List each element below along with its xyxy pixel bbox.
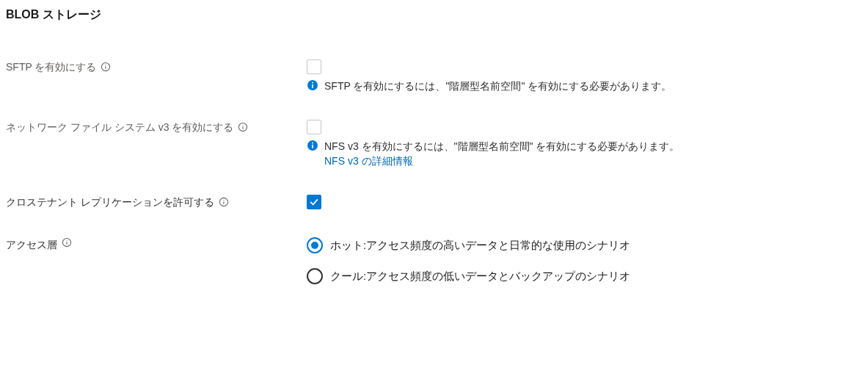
nfs-label-group: ネットワーク ファイル システム v3 を有効にする	[6, 120, 307, 134]
info-icon[interactable]	[62, 237, 72, 248]
info-filled-icon	[307, 140, 318, 151]
sftp-note: SFTP を有効にするには、"階層型名前空間" を有効にする必要があります。	[0, 79, 868, 93]
nfs-note: NFS v3 を有効にするには、"階層型名前空間" を有効にする必要があります。…	[0, 139, 868, 168]
svg-point-11	[312, 142, 313, 143]
access-tier-cool-option[interactable]: クール:アクセス頻度の低いデータとバックアップのシナリオ	[307, 268, 868, 284]
svg-point-14	[223, 200, 224, 201]
sftp-label: SFTP を有効にする	[6, 60, 96, 74]
info-icon[interactable]	[101, 62, 111, 72]
radio-cool[interactable]	[307, 268, 323, 284]
nfs-row: ネットワーク ファイル システム v3 を有効にする	[0, 115, 868, 139]
sftp-checkbox	[307, 60, 321, 74]
sftp-row: SFTP を有効にする	[0, 55, 868, 79]
nfs-label: ネットワーク ファイル システム v3 を有効にする	[6, 120, 233, 134]
cross-tenant-label-group: クロステナント レプリケーションを許可する	[6, 195, 307, 209]
svg-point-2	[106, 65, 106, 65]
info-filled-icon	[307, 79, 318, 91]
access-tier-row: アクセス層 ホット:アクセス頻度の高いデータと日常的な使用のシナリオ クール:ア…	[0, 227, 868, 289]
info-icon[interactable]	[238, 122, 248, 132]
nfs-link[interactable]: NFS v3 の詳細情報	[324, 155, 413, 167]
sftp-note-text: SFTP を有効にするには、"階層型名前空間" を有効にする必要があります。	[324, 79, 671, 93]
svg-rect-10	[312, 145, 313, 148]
access-tier-label-group: アクセス層	[6, 231, 307, 252]
access-tier-radio-group: ホット:アクセス頻度の高いデータと日常的な使用のシナリオ クール:アクセス頻度の…	[307, 231, 868, 284]
svg-point-17	[66, 240, 67, 241]
radio-hot[interactable]	[307, 237, 323, 253]
info-icon[interactable]	[219, 197, 229, 207]
sftp-label-group: SFTP を有効にする	[6, 60, 307, 74]
svg-point-8	[243, 125, 244, 126]
cross-tenant-row: クロステナント レプリケーションを許可する	[0, 190, 868, 214]
access-tier-label: アクセス層	[6, 237, 57, 252]
radio-hot-label: ホット:アクセス頻度の高いデータと日常的な使用のシナリオ	[330, 239, 630, 253]
section-title: BLOB ストレージ	[0, 0, 868, 30]
nfs-checkbox	[307, 120, 321, 134]
svg-rect-4	[312, 84, 313, 88]
radio-cool-label: クール:アクセス頻度の低いデータとバックアップのシナリオ	[330, 270, 630, 284]
access-tier-hot-option[interactable]: ホット:アクセス頻度の高いデータと日常的な使用のシナリオ	[307, 237, 868, 253]
cross-tenant-label: クロステナント レプリケーションを許可する	[6, 195, 214, 209]
nfs-note-body: NFS v3 を有効にするには、"階層型名前空間" を有効にする必要があります。	[324, 140, 679, 152]
cross-tenant-checkbox[interactable]	[307, 195, 321, 209]
nfs-note-text: NFS v3 を有効にするには、"階層型名前空間" を有効にする必要があります。…	[324, 139, 679, 168]
svg-point-5	[312, 82, 313, 83]
